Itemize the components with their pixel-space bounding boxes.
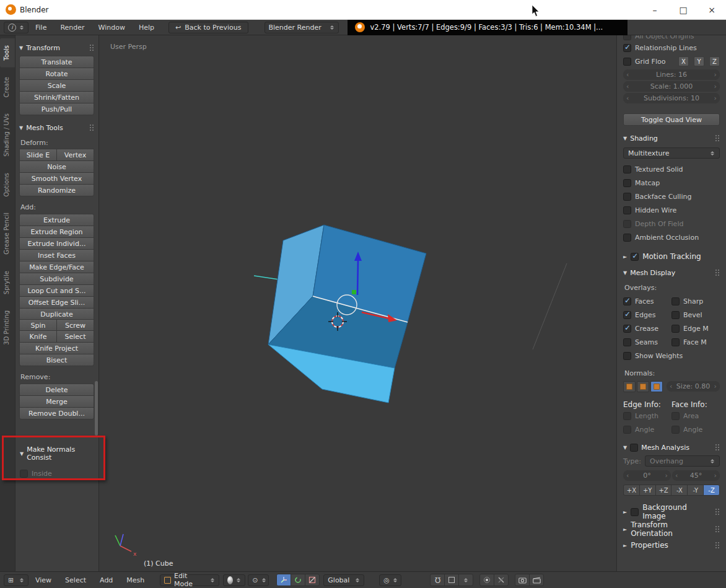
motion-tracking-header[interactable]: ► Motion Tracking: [623, 249, 720, 264]
tab-sprytile[interactable]: Sprytile: [0, 264, 15, 301]
edge-length-checkbox[interactable]: [623, 412, 631, 420]
grid-x-toggle[interactable]: X: [678, 56, 689, 66]
pivot-point-select[interactable]: ⊙: [248, 574, 269, 586]
grid-scale-field[interactable]: Scale: 1.000: [623, 81, 720, 92]
edge-angle-checkbox[interactable]: [623, 426, 631, 434]
tab-create[interactable]: Create: [0, 70, 15, 104]
menu-add[interactable]: Add: [93, 572, 120, 588]
panel-grip-icon[interactable]: [715, 509, 720, 516]
tab-options[interactable]: Options: [0, 166, 15, 204]
panel-grip-icon[interactable]: [90, 45, 94, 51]
panel-grip-icon[interactable]: [715, 444, 720, 451]
screw-button[interactable]: Screw: [56, 319, 94, 331]
rotate-manipulator-button[interactable]: [291, 574, 305, 586]
knife-button[interactable]: Knife: [19, 330, 57, 343]
face-mark-checkbox[interactable]: [671, 338, 680, 346]
matcap-checkbox[interactable]: [623, 179, 631, 187]
all-object-origins-checkbox[interactable]: [623, 35, 631, 40]
transform-orientation-header[interactable]: ► Transform Orientation: [623, 520, 720, 538]
panel-grip-icon[interactable]: [715, 542, 720, 549]
smooth-vertex-button[interactable]: Smooth Vertex: [19, 172, 94, 185]
toggle-quad-view-button[interactable]: Toggle Quad View: [623, 113, 720, 126]
face-area-checkbox[interactable]: [671, 412, 680, 420]
make-normals-panel-header[interactable]: ▼ Make Normals Consist: [20, 445, 94, 462]
analysis-min-field[interactable]: 0°: [623, 470, 671, 481]
knife-project-button[interactable]: Knife Project: [19, 342, 94, 354]
render-engine-select[interactable]: Blender Render: [265, 22, 339, 33]
slide-edge-button[interactable]: Slide E: [19, 149, 57, 161]
background-image-header[interactable]: ► Background Image: [623, 503, 720, 520]
tab-tools[interactable]: Tools: [0, 38, 15, 68]
ambient-occlusion-checkbox[interactable]: [623, 234, 631, 242]
delete-menu-button[interactable]: Delete: [19, 384, 94, 396]
extrude-region-button[interactable]: Extrude Region: [19, 226, 94, 238]
offset-edge-slide-button[interactable]: Offset Edge Sli...: [19, 296, 94, 309]
faces-checkbox[interactable]: [623, 297, 631, 305]
randomize-button[interactable]: Randomize: [19, 184, 94, 196]
vertex-normals-icon[interactable]: [623, 381, 636, 392]
snap-element-select[interactable]: [458, 574, 473, 586]
loop-cut-button[interactable]: Loop Cut and S...: [19, 284, 94, 297]
mesh-analysis-panel-header[interactable]: ▼ Mesh Analysis: [623, 444, 720, 452]
seams-checkbox[interactable]: [623, 338, 631, 346]
axis-plus-x-button[interactable]: +X: [623, 485, 640, 496]
editor-type-selector[interactable]: ⊞: [4, 574, 28, 586]
remove-doubles-button[interactable]: Remove Doubl...: [19, 407, 94, 419]
backface-culling-checkbox[interactable]: [623, 193, 631, 201]
crease-checkbox[interactable]: [623, 325, 631, 333]
axis-minus-y-button[interactable]: -Y: [687, 485, 704, 496]
shading-mode-select[interactable]: Multitexture: [623, 147, 720, 159]
analysis-type-select[interactable]: Overhang: [645, 455, 720, 467]
axis-plus-y-button[interactable]: +Y: [639, 485, 656, 496]
panel-grip-icon[interactable]: [715, 270, 720, 276]
increment-arrow-icon[interactable]: [714, 94, 717, 102]
menu-window[interactable]: Window: [92, 20, 132, 35]
axis-plus-z-button[interactable]: +Z: [655, 485, 672, 496]
maximize-button[interactable]: □: [669, 0, 698, 19]
axis-minus-x-button[interactable]: -X: [671, 485, 688, 496]
tool-shelf-scrollbar[interactable]: [95, 381, 98, 436]
grid-subdivisions-field[interactable]: Subdivisions: 10: [623, 93, 720, 103]
panel-grip-icon[interactable]: [715, 526, 720, 533]
mesh-tools-panel-header[interactable]: ▼ Mesh Tools: [19, 124, 94, 132]
slide-vertex-button[interactable]: Vertex: [56, 149, 94, 161]
make-edge-face-button[interactable]: Make Edge/Face: [19, 261, 94, 273]
bisect-button[interactable]: Bisect: [19, 354, 94, 366]
motion-tracking-checkbox[interactable]: [631, 253, 639, 261]
increment-arrow-icon[interactable]: [665, 472, 668, 480]
minimize-button[interactable]: –: [641, 0, 669, 19]
panel-grip-icon[interactable]: [90, 125, 94, 131]
hidden-wire-checkbox[interactable]: [623, 206, 631, 214]
transform-panel-header[interactable]: ▼ Transform: [19, 44, 94, 52]
tab-grease-pencil[interactable]: Grease Pencil: [0, 206, 15, 261]
background-image-checkbox[interactable]: [631, 508, 639, 516]
extrude-menu-button[interactable]: Extrude: [19, 214, 94, 226]
face-normals-icon[interactable]: [650, 381, 663, 392]
noise-button[interactable]: Noise: [19, 160, 94, 173]
extrude-individual-button[interactable]: Extrude Individ...: [19, 237, 94, 250]
translate-manipulator-button[interactable]: [276, 574, 291, 586]
subdivide-button[interactable]: Subdivide: [19, 273, 94, 285]
snap-element-button[interactable]: [444, 574, 459, 586]
snap-magnet-button[interactable]: Ω: [430, 574, 445, 586]
analysis-max-field[interactable]: 45°: [672, 470, 720, 481]
duplicate-button[interactable]: Duplicate: [19, 308, 94, 320]
depth-of-field-checkbox[interactable]: [623, 220, 631, 228]
inset-faces-button[interactable]: Inset Faces: [19, 249, 94, 261]
increment-arrow-icon[interactable]: [714, 82, 717, 90]
panel-grip-icon[interactable]: [715, 135, 720, 142]
transform-orientation-select[interactable]: Global: [323, 574, 364, 586]
show-weights-checkbox[interactable]: [623, 352, 631, 360]
proportional-editing-select[interactable]: ◎: [379, 574, 401, 586]
grid-y-toggle[interactable]: Y: [694, 56, 704, 66]
menu-select[interactable]: Select: [58, 572, 93, 588]
edges-checkbox[interactable]: [623, 311, 631, 319]
translate-button[interactable]: Translate: [19, 56, 94, 68]
close-button[interactable]: ×: [698, 0, 726, 19]
mesh-display-panel-header[interactable]: ▼ Mesh Display: [623, 269, 720, 277]
relationship-lines-checkbox[interactable]: [623, 44, 631, 52]
increment-arrow-icon[interactable]: [714, 472, 717, 480]
scale-button[interactable]: Scale: [19, 79, 94, 92]
grid-floor-checkbox[interactable]: [623, 58, 631, 66]
sharp-checkbox[interactable]: [671, 297, 680, 305]
